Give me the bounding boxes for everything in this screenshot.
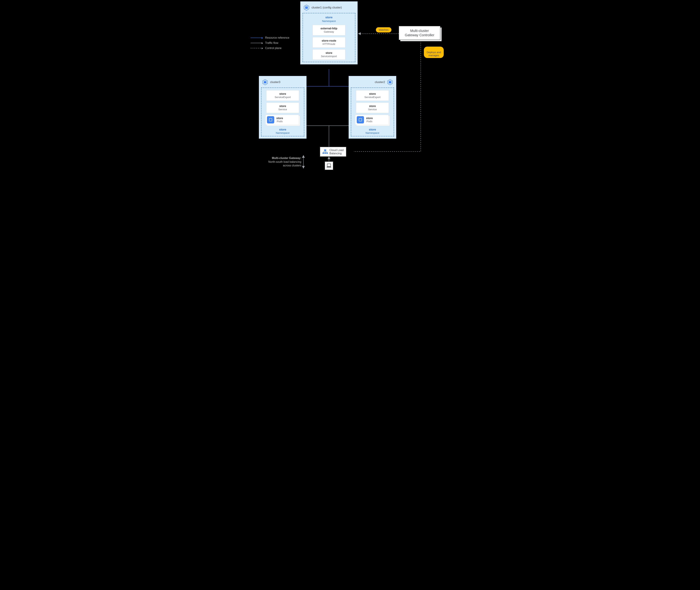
legend: Resource reference Traffic flow Control …: [251, 36, 289, 52]
resource-name: external-http: [314, 27, 344, 30]
cluster3-title: cluster3: [270, 80, 281, 84]
controller-line2: Gateway Controller: [405, 33, 434, 37]
svg-rect-31: [324, 153, 326, 154]
cluster3: cluster3 store ServiceExport store Servi…: [259, 76, 306, 138]
resource-kind: Service: [358, 108, 387, 111]
svg-rect-30: [322, 153, 324, 154]
legend-control-plane: Control plane: [251, 46, 289, 50]
resource-kind: Gateway: [314, 30, 344, 33]
svg-rect-17: [306, 6, 307, 7]
cluster2-header: cluster2: [351, 78, 394, 88]
cloud-load-balancing: Cloud Load Balancing: [320, 147, 346, 157]
cluster1-namespace: store Namespace external-http Gateway st…: [303, 13, 355, 62]
footer-line3: across clusters: [259, 164, 301, 168]
resource-name: store: [314, 51, 344, 55]
resource-kind: ServiceImport: [314, 55, 344, 58]
resource-name: store: [366, 117, 373, 120]
namespace-kind: Namespace: [305, 19, 353, 22]
pill-label: Watches: [379, 28, 389, 31]
svg-rect-24: [324, 150, 326, 151]
cluster2-namespace: store ServiceExport store Service store …: [351, 88, 394, 136]
resource-kind: Pods: [366, 120, 373, 123]
resource-pods: store Pods: [266, 115, 300, 126]
resource-name: store: [358, 92, 387, 96]
cluster2-title: cluster2: [375, 80, 385, 84]
namespace-name: store: [305, 16, 353, 19]
legend-resource-reference: Resource reference: [251, 36, 289, 39]
resource-name: store-route: [314, 39, 344, 42]
svg-rect-23: [389, 81, 391, 82]
pill-deploys: Deploys and manages: [424, 46, 444, 58]
client-laptop: [325, 162, 333, 170]
cluster1-title: cluster1 (config cluster): [311, 6, 342, 9]
clb-line2: Balancing: [329, 152, 343, 155]
pill-label: Deploys and manages: [427, 51, 441, 57]
cluster1-header: cluster1 (config cluster): [303, 4, 355, 13]
resource-kind: HTTProute: [314, 42, 344, 46]
cluster3-header: cluster3: [261, 78, 304, 88]
svg-rect-32: [326, 153, 328, 154]
load-balancer-icon: [322, 149, 328, 154]
footer-note: Multi-cluster Gateway: North-south load …: [259, 156, 301, 168]
resource-gateway: external-http Gateway: [313, 25, 345, 35]
namespace-name: store: [264, 128, 301, 131]
kubernetes-icon: [303, 4, 310, 11]
resource-kind: Service: [268, 108, 298, 111]
svg-rect-33: [327, 164, 331, 167]
diagram-canvas: Resource reference Traffic flow Control …: [248, 0, 452, 173]
pod-icon: [267, 116, 274, 123]
legend-label: Traffic flow: [265, 41, 278, 44]
resource-serviceimport: store ServiceImport: [313, 50, 345, 60]
svg-rect-34: [327, 167, 331, 168]
cluster1: cluster1 (config cluster) store Namespac…: [300, 1, 358, 65]
footer-line2: North-south load balancing: [259, 160, 301, 164]
resource-service: store Service: [266, 103, 299, 113]
pill-watches: Watches: [376, 27, 391, 32]
legend-label: Resource reference: [265, 36, 289, 39]
legend-traffic-flow: Traffic flow: [251, 41, 289, 44]
resource-serviceexport: store ServiceExport: [356, 90, 389, 101]
kubernetes-icon: [387, 79, 393, 85]
cluster2: cluster2 store ServiceExport store Servi…: [348, 76, 396, 138]
controller-line1: Multi-cluster: [405, 29, 434, 33]
kubernetes-icon: [262, 79, 268, 85]
resource-kind: Pods: [276, 120, 283, 123]
laptop-icon: [326, 164, 331, 168]
gateway-controller: Multi-cluster Gateway Controller: [399, 26, 442, 41]
resource-name: store: [268, 92, 298, 96]
cluster3-namespace: store ServiceExport store Service store …: [261, 88, 304, 136]
legend-label: Control plane: [265, 46, 282, 50]
namespace-name: store: [354, 128, 391, 131]
resource-kind: ServiceExport: [358, 96, 387, 99]
clb-line1: Cloud Load: [329, 149, 343, 152]
resource-name: store: [276, 117, 283, 120]
pod-icon: [357, 116, 364, 123]
resource-kind: ServiceExport: [268, 96, 298, 99]
resource-service: store Service: [356, 103, 389, 113]
namespace-kind: Namespace: [264, 131, 301, 134]
resource-pods: store Pods: [355, 115, 390, 126]
resource-name: store: [358, 104, 387, 108]
namespace-kind: Namespace: [354, 131, 391, 134]
resource-serviceexport: store ServiceExport: [266, 90, 299, 101]
resource-name: store: [268, 104, 298, 108]
footer-line1: Multi-cluster Gateway:: [259, 156, 301, 160]
svg-rect-20: [264, 81, 266, 82]
resource-httproute: store-route HTTProute: [313, 37, 345, 47]
